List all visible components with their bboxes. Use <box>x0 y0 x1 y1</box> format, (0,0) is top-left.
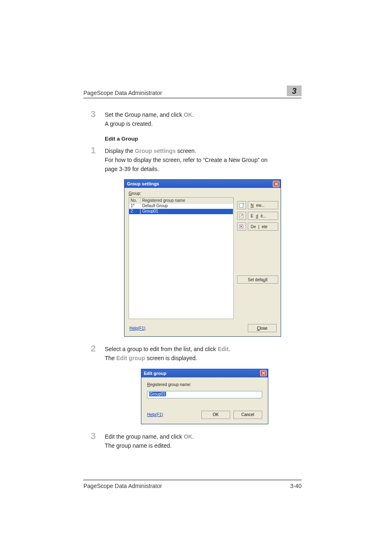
help-link[interactable]: Help(F1) <box>129 326 145 331</box>
step-line: Select a group to edit from the list, an… <box>105 345 302 354</box>
footer-right: 3-40 <box>290 483 302 489</box>
table-header: No. Registered group name <box>129 198 233 204</box>
group-table[interactable]: No. Registered group name 1* Default Gro… <box>129 197 234 319</box>
step-number: 3 <box>83 432 96 450</box>
footer-left: PageScope Data Administrator <box>83 483 162 489</box>
dialog-title-bar: Group settings <box>125 180 281 188</box>
group-settings-ref: Group settings <box>135 148 176 154</box>
dialog-title: Group settings <box>127 181 159 186</box>
new-button[interactable]: New... <box>248 201 278 209</box>
delete-button-row: Delete <box>237 222 278 231</box>
step-number: 2 <box>83 344 96 363</box>
step-text: Edit the group name, and click OK. The g… <box>105 432 302 450</box>
close-button[interactable]: Close <box>248 324 277 332</box>
step-number: 3 <box>83 110 96 128</box>
table-row[interactable]: 2 Group01 <box>129 209 233 214</box>
edit-group-ref: Edit group <box>116 355 145 361</box>
col-no: No. <box>129 198 141 203</box>
step-3-top: 3 Set the Group name, and click OK. A gr… <box>83 110 302 128</box>
new-icon[interactable] <box>237 201 246 209</box>
edit-group-dialog-figure: Edit group Registered group name: Group0… <box>141 369 302 424</box>
close-icon[interactable] <box>273 181 279 187</box>
step-line: The Edit group screen is displayed. <box>105 354 302 363</box>
close-icon[interactable] <box>260 370 267 376</box>
header-title: PageScope Data Administrator <box>83 90 162 96</box>
registered-group-name-label: Registered group name: <box>147 382 262 387</box>
step-line: For how to display the screen, refer to … <box>105 156 277 173</box>
dialog-body: Group: No. Registered group name 1* Defa… <box>125 188 281 321</box>
help-link[interactable]: Help(F1) <box>147 412 163 417</box>
group-settings-dialog: Group settings Group: No. Registered gro… <box>124 179 281 337</box>
set-default-button[interactable]: Set default <box>237 275 278 284</box>
document-page: PageScope Data Administrator 3 3 Set the… <box>0 0 392 555</box>
edit-a-group-heading: Edit a Group <box>105 136 302 142</box>
cancel-button[interactable]: Cancel <box>233 411 262 419</box>
dialog-body: Registered group name: Group01 <box>141 377 268 400</box>
step-line: Edit the group name, and click OK. <box>105 432 302 442</box>
step-2: 2 Select a group to edit from the list, … <box>83 344 302 363</box>
page-header: PageScope Data Administrator 3 <box>83 86 302 98</box>
edit-icon[interactable] <box>237 212 246 220</box>
step-line: Display the Group settings screen. <box>105 147 302 156</box>
step-line: Set the Group name, and click OK. <box>105 111 302 120</box>
step-text: Display the Group settings screen. For h… <box>105 146 302 173</box>
dialog-left-panel: Group: No. Registered group name 1* Defa… <box>129 191 234 319</box>
edit-ref: Edit <box>218 346 228 352</box>
dialog-footer: Help(F1) OK Cancel <box>141 400 268 424</box>
group-label: Group: <box>129 191 234 196</box>
dialog-title-bar: Edit group <box>141 369 268 377</box>
step-1: 1 Display the Group settings screen. For… <box>83 146 302 173</box>
ok-ref: OK <box>184 433 192 440</box>
new-button-row: New... <box>237 201 278 209</box>
group-settings-dialog-figure: Group settings Group: No. Registered gro… <box>124 179 302 337</box>
dialog-buttons: OK Cancel <box>201 411 262 419</box>
table-row[interactable]: 1* Default Group <box>129 204 233 209</box>
step-line: The group name is edited. <box>105 442 302 451</box>
step-number: 1 <box>83 146 96 173</box>
svg-rect-0 <box>240 204 243 208</box>
step-text: Select a group to edit from the list, an… <box>105 344 302 363</box>
edit-button-row: Edit... <box>237 212 278 220</box>
chapter-badge: 3 <box>287 86 302 96</box>
page-footer: PageScope Data Administrator 3-40 <box>83 480 302 489</box>
dialog-right-panel: New... Edit... Delete <box>237 191 278 319</box>
ok-button[interactable]: OK <box>201 411 230 419</box>
input-value: Group01 <box>149 392 166 396</box>
step-line: A group is created. <box>105 120 302 129</box>
delete-button[interactable]: Delete <box>248 222 278 231</box>
group-name-input[interactable]: Group01 <box>147 391 262 398</box>
dialog-footer: Help(F1) Close <box>125 321 281 336</box>
step-text: Set the Group name, and click OK. A grou… <box>105 110 302 128</box>
delete-icon[interactable] <box>237 222 246 231</box>
edit-group-dialog: Edit group Registered group name: Group0… <box>141 369 268 424</box>
col-name: Registered group name <box>141 198 233 203</box>
step-3-bottom: 3 Edit the group name, and click OK. The… <box>83 432 302 450</box>
dialog-title: Edit group <box>144 371 166 376</box>
edit-button[interactable]: Edit... <box>248 212 278 220</box>
ok-ref: OK <box>184 111 192 118</box>
